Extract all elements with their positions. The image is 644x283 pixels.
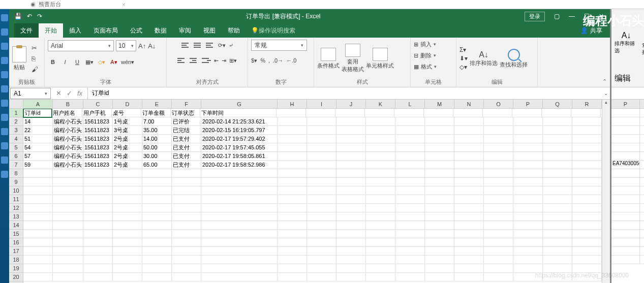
close-tab-icon[interactable]: × (122, 2, 125, 8)
cell[interactable] (513, 212, 543, 221)
cell[interactable]: 下单时间 (200, 109, 277, 117)
cell[interactable] (172, 256, 201, 264)
cell[interactable] (484, 273, 513, 281)
cell[interactable] (640, 178, 644, 186)
cell[interactable] (365, 109, 394, 117)
cell[interactable] (572, 117, 602, 126)
cell[interactable]: 51 (23, 135, 53, 143)
cell[interactable] (513, 238, 543, 247)
cell[interactable] (366, 230, 395, 238)
align-left-icon[interactable] (177, 56, 187, 65)
cell[interactable] (23, 238, 53, 247)
cell[interactable] (113, 273, 142, 281)
cell[interactable] (395, 247, 425, 256)
cell[interactable] (23, 256, 53, 264)
cell[interactable] (307, 256, 336, 264)
cell[interactable] (142, 204, 172, 212)
cell[interactable]: 已评价 (172, 117, 201, 126)
tab-review[interactable]: 审阅 (173, 23, 197, 38)
cell[interactable] (201, 186, 278, 195)
cell[interactable] (366, 161, 395, 169)
border-button[interactable]: ▦▾ (84, 59, 95, 66)
cell[interactable] (454, 195, 484, 204)
cell[interactable] (454, 117, 484, 126)
decrease-decimal-icon[interactable]: ←.0 (286, 57, 296, 64)
cell[interactable]: 编程小石头 (53, 126, 83, 135)
cell[interactable] (454, 161, 484, 169)
cell[interactable]: 2020-02-17 19:57:29.402 (201, 135, 278, 143)
cell[interactable] (425, 186, 454, 195)
cell[interactable] (543, 195, 572, 204)
cell[interactable] (611, 135, 640, 143)
cell[interactable]: 订单金额 (141, 109, 171, 117)
cell[interactable] (572, 195, 602, 204)
cell[interactable] (425, 178, 454, 186)
cell[interactable] (23, 186, 53, 195)
cell[interactable] (278, 135, 307, 143)
accept-formula-icon[interactable]: ✓ (67, 89, 72, 97)
cell[interactable] (366, 238, 395, 247)
cell[interactable]: 15611823 (83, 126, 113, 135)
cell[interactable] (395, 273, 425, 281)
cell[interactable] (336, 238, 366, 247)
cell[interactable] (454, 204, 484, 212)
cell[interactable] (454, 126, 484, 135)
cell[interactable] (572, 135, 602, 143)
cell[interactable] (484, 264, 513, 273)
cell[interactable] (611, 178, 640, 186)
cell[interactable] (513, 256, 543, 264)
cell[interactable] (278, 204, 307, 212)
cell[interactable] (513, 178, 543, 186)
cell[interactable] (543, 230, 572, 238)
cell[interactable] (277, 109, 306, 117)
cell[interactable] (611, 186, 640, 195)
cell[interactable] (513, 230, 543, 238)
cell[interactable] (366, 256, 395, 264)
cell[interactable] (395, 264, 425, 273)
cell[interactable] (483, 109, 512, 117)
vertical-scrollbar[interactable]: ▴ (602, 100, 610, 283)
cell[interactable] (335, 109, 365, 117)
cell[interactable] (572, 247, 602, 256)
font-name-select[interactable]: Arial▾ (48, 40, 114, 51)
format-painter-icon[interactable]: 🖌 (32, 66, 38, 73)
cell[interactable] (572, 238, 602, 247)
cell[interactable] (425, 195, 454, 204)
cell[interactable] (366, 204, 395, 212)
cell[interactable]: 59 (23, 161, 53, 169)
cell[interactable] (395, 238, 425, 247)
cell[interactable] (611, 117, 640, 126)
name-box[interactable]: A1▾ (10, 88, 51, 99)
cell[interactable] (366, 221, 395, 230)
cell[interactable] (572, 230, 602, 238)
cell[interactable] (640, 152, 644, 161)
cell[interactable] (23, 195, 53, 204)
row-header[interactable]: 7 (9, 161, 23, 169)
cell[interactable]: 15611823 (83, 117, 113, 126)
column-header[interactable]: L (395, 100, 425, 108)
cell[interactable] (425, 126, 454, 135)
cell[interactable] (113, 204, 142, 212)
cell[interactable] (484, 152, 513, 161)
row-header[interactable]: 1 (9, 109, 23, 117)
cell[interactable] (425, 238, 454, 247)
cell[interactable] (53, 195, 83, 204)
ribbon-display-icon[interactable]: ▢ (554, 13, 560, 20)
cell[interactable] (543, 204, 572, 212)
column-header[interactable]: K (366, 100, 395, 108)
tab-help[interactable]: 帮助 (222, 23, 246, 38)
cell[interactable] (543, 212, 572, 221)
cell[interactable] (640, 230, 644, 238)
autosum-icon[interactable]: Σ▾ (459, 46, 468, 53)
cell[interactable] (53, 230, 83, 238)
cell[interactable] (142, 221, 172, 230)
cell[interactable] (142, 212, 172, 221)
sort-filter-button[interactable]: A↓ 排序和筛选 (470, 50, 498, 67)
increase-font-icon[interactable]: A↑ (138, 42, 146, 50)
cell[interactable] (83, 273, 113, 281)
cell[interactable] (336, 230, 366, 238)
cell[interactable] (543, 221, 572, 230)
cell[interactable] (640, 256, 644, 264)
cell[interactable] (336, 195, 366, 204)
cell[interactable] (611, 256, 640, 264)
